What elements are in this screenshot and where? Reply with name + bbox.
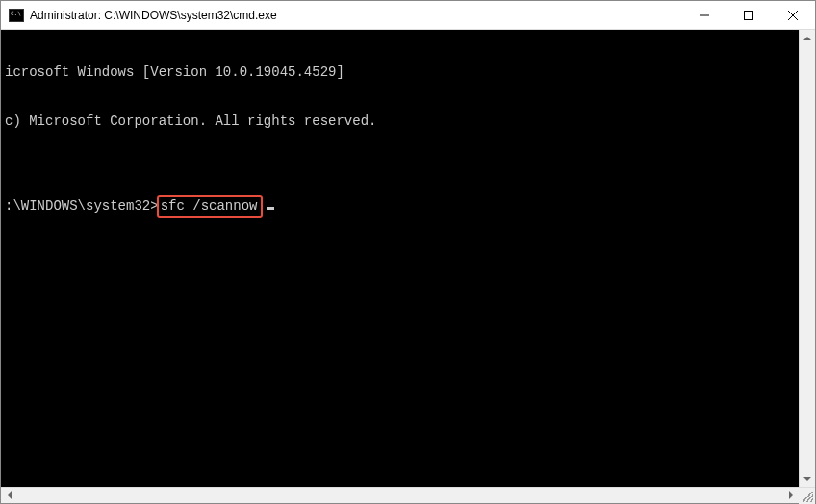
vertical-scrollbar[interactable] [799,30,815,487]
prompt-text: :\WINDOWS\system32> [5,198,159,214]
minimize-button[interactable] [682,1,727,29]
titlebar[interactable]: Administrator: C:\WINDOWS\system32\cmd.e… [1,1,815,30]
resize-grip[interactable] [799,488,815,504]
horizontal-scrollbar[interactable] [1,487,815,503]
svg-marker-5 [803,477,811,481]
hscroll-track[interactable] [17,488,782,503]
cmd-icon [9,9,24,22]
close-button[interactable] [771,1,815,29]
cursor [267,207,274,210]
content-wrapper: icrosoft Windows [Version 10.0.19045.452… [1,30,815,487]
scroll-right-button[interactable] [782,488,799,503]
prompt-line: :\WINDOWS\system32>sfc /scannow [5,195,799,218]
window-title: Administrator: C:\WINDOWS\system32\cmd.e… [30,9,682,22]
command-text: sfc /scannow [161,198,258,214]
svg-marker-7 [789,491,793,499]
output-line-2: c) Microsoft Corporation. All rights res… [5,113,799,130]
command-highlight: sfc /scannow [157,195,264,218]
vscroll-track[interactable] [800,46,815,470]
window-controls [682,1,815,29]
maximize-button[interactable] [727,1,771,29]
cmd-window: Administrator: C:\WINDOWS\system32\cmd.e… [0,0,816,504]
svg-marker-6 [8,491,12,499]
output-line-1: icrosoft Windows [Version 10.0.19045.452… [5,64,799,81]
scroll-down-button[interactable] [800,470,815,487]
scroll-up-button[interactable] [800,30,815,46]
svg-rect-1 [745,11,753,19]
scroll-left-button[interactable] [1,488,17,503]
terminal-area[interactable]: icrosoft Windows [Version 10.0.19045.452… [1,30,799,487]
svg-marker-4 [803,37,811,40]
